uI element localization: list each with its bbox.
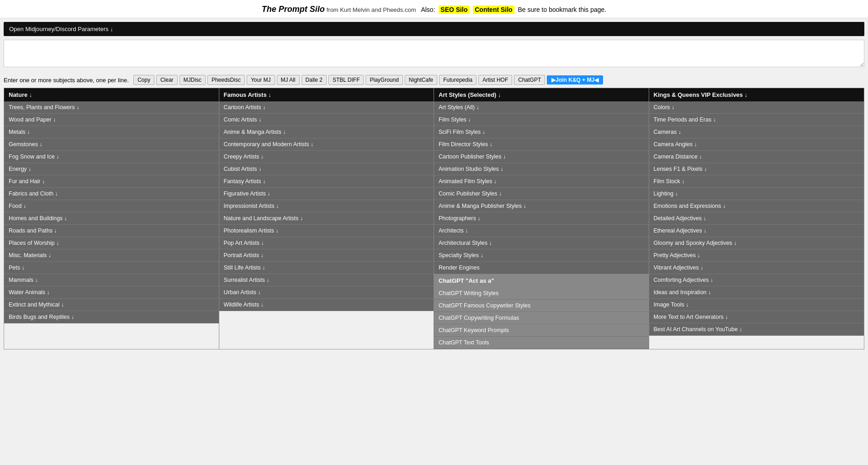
col1-item-12[interactable]: Misc. Materials ↓ xyxy=(4,249,219,262)
join-kq-button[interactable]: ▶Join K&Q + MJ◀ xyxy=(547,75,603,85)
artist-hof-button[interactable]: Artist HOF xyxy=(478,75,512,85)
mj-all-button[interactable]: MJ All xyxy=(277,75,300,85)
col4-item-13[interactable]: Vibrant Adjectives ↓ xyxy=(649,262,864,274)
col1-header[interactable]: Nature ↓ xyxy=(4,88,219,101)
col2-item-8[interactable]: Impressionist Artists ↓ xyxy=(219,200,434,212)
col3-item-0[interactable]: Art Styles (All) ↓ xyxy=(434,101,649,114)
col1-item-8[interactable]: Food ↓ xyxy=(4,200,219,212)
col1-item-15[interactable]: Water Animals ↓ xyxy=(4,286,219,299)
col4: Kings & Queens VIP Exclusives ↓ Colors ↓… xyxy=(649,88,864,349)
col3-item-11[interactable]: Architectural Styles ↓ xyxy=(434,237,649,249)
col4-item-2[interactable]: Cameras ↓ xyxy=(649,126,864,138)
col2-item-10[interactable]: Photorealism Artists ↓ xyxy=(219,225,434,237)
futurepedia-button[interactable]: Futurepedia xyxy=(439,75,476,85)
col3-header[interactable]: Art Styles (Selected) ↓ xyxy=(434,88,649,101)
col4-item-1[interactable]: Time Periods and Eras ↓ xyxy=(649,114,864,126)
chatgpt-button[interactable]: ChatGPT xyxy=(514,75,545,85)
col1-item-1[interactable]: Wood and Paper ↓ xyxy=(4,114,219,126)
col3-item-7[interactable]: Comic Publisher Styles ↓ xyxy=(434,188,649,200)
chatgpt-item-4[interactable]: ChatGPT Text Tools xyxy=(434,337,649,349)
col1-item-6[interactable]: Fur and Hair ↓ xyxy=(4,175,219,188)
col4-item-5[interactable]: Lenses F1 & Pixels ↓ xyxy=(649,163,864,175)
col2-item-2[interactable]: Anime & Manga Artists ↓ xyxy=(219,126,434,138)
content-silo-link[interactable]: Content Silo xyxy=(473,5,514,14)
col1-item-16[interactable]: Extinct and Mythical ↓ xyxy=(4,299,219,311)
col3-item-6[interactable]: Animated Film Styles ↓ xyxy=(434,175,649,188)
col1-item-7[interactable]: Fabrics and Cloth ↓ xyxy=(4,188,219,200)
col4-item-15[interactable]: Ideas and Inspiration ↓ xyxy=(649,286,864,299)
chatgpt-item-2[interactable]: ChatGPT Copywriting Formulas xyxy=(434,312,649,324)
subjects-textarea[interactable] xyxy=(4,40,864,67)
params-bar[interactable]: Open Midjourney/Discord Parameters ↓ xyxy=(4,22,864,36)
chatgpt-item-1[interactable]: ChatGPT Famous Copywriter Styles xyxy=(434,300,649,312)
col3-item-3[interactable]: Film Director Styles ↓ xyxy=(434,138,649,151)
col4-item-18[interactable]: Best AI Art Channels on YouTube ↓ xyxy=(649,323,864,336)
col2-item-3[interactable]: Contemporary and Modern Artists ↓ xyxy=(219,138,434,151)
col4-item-4[interactable]: Camera Distance ↓ xyxy=(649,151,864,163)
col3-item-13[interactable]: Render Engines xyxy=(434,262,649,274)
col1-item-17[interactable]: Birds Bugs and Reptiles ↓ xyxy=(4,311,219,323)
nightcafe-button[interactable]: NightCafe xyxy=(405,75,437,85)
col4-item-14[interactable]: Comforting Adjectives ↓ xyxy=(649,274,864,286)
col4-item-8[interactable]: Emotions and Expressions ↓ xyxy=(649,200,864,212)
col4-item-12[interactable]: Pretty Adjectives ↓ xyxy=(649,249,864,262)
col1-item-11[interactable]: Places of Worship ↓ xyxy=(4,237,219,249)
col4-item-0[interactable]: Colors ↓ xyxy=(649,101,864,114)
col4-item-6[interactable]: Film Stock ↓ xyxy=(649,175,864,188)
dalle2-button[interactable]: Dalle 2 xyxy=(302,75,327,85)
col3-item-4[interactable]: Cartoon Publisher Styles ↓ xyxy=(434,151,649,163)
playground-button[interactable]: PlayGround xyxy=(365,75,402,85)
col2-item-0[interactable]: Cartoon Artists ↓ xyxy=(219,101,434,114)
col4-item-10[interactable]: Ethereal Adjectives ↓ xyxy=(649,225,864,237)
col4-item-7[interactable]: Lighting ↓ xyxy=(649,188,864,200)
col4-item-11[interactable]: Gloomy and Spooky Adjectives ↓ xyxy=(649,237,864,249)
pheedsdisc-button[interactable]: PheedsDisc xyxy=(207,75,245,85)
col2-item-5[interactable]: Cubist Artists ↓ xyxy=(219,163,434,175)
chatgpt-item-0[interactable]: ChatGPT Writing Styles xyxy=(434,287,649,300)
col3-item-5[interactable]: Animation Studio Styles ↓ xyxy=(434,163,649,175)
seo-silo-link[interactable]: SEO Silo xyxy=(439,5,469,14)
col1-item-3[interactable]: Gemstones ↓ xyxy=(4,138,219,151)
your-mj-button[interactable]: Your MJ xyxy=(247,75,275,85)
col1-item-0[interactable]: Trees, Plants and Flowers ↓ xyxy=(4,101,219,114)
chatgpt-item-3[interactable]: ChatGPT Keyword Prompts xyxy=(434,324,649,337)
copy-button[interactable]: Copy xyxy=(133,75,154,85)
col1-item-4[interactable]: Fog Snow and Ice ↓ xyxy=(4,151,219,163)
col3-item-10[interactable]: Architects ↓ xyxy=(434,225,649,237)
col4-header[interactable]: Kings & Queens VIP Exclusives ↓ xyxy=(649,88,864,101)
col3-item-8[interactable]: Anime & Manga Publisher Styles ↓ xyxy=(434,200,649,212)
col3-item-1[interactable]: Film Styles ↓ xyxy=(434,114,649,126)
col2-item-4[interactable]: Creepy Artists ↓ xyxy=(219,151,434,163)
col2-item-15[interactable]: Urban Artists ↓ xyxy=(219,286,434,299)
col2-item-7[interactable]: Figurative Artists ↓ xyxy=(219,188,434,200)
col3-items: Art Styles (All) ↓Film Styles ↓SciFi Fil… xyxy=(434,101,649,274)
col3-item-12[interactable]: Specialty Styles ↓ xyxy=(434,249,649,262)
col4-item-9[interactable]: Detailed Adjectives ↓ xyxy=(649,212,864,225)
stbl-diff-button[interactable]: STBL DIFF xyxy=(328,75,364,85)
col2-item-16[interactable]: Wildlife Artists ↓ xyxy=(219,299,434,311)
col2-item-11[interactable]: Pop Art Artists ↓ xyxy=(219,237,434,249)
mjdisc-button[interactable]: MJDisc xyxy=(180,75,206,85)
col2-item-14[interactable]: Surrealist Artists ↓ xyxy=(219,274,434,286)
chatgpt-header[interactable]: ChatGPT "Act as a" xyxy=(434,274,649,287)
col2-item-12[interactable]: Portrait Artists ↓ xyxy=(219,249,434,262)
col1-item-5[interactable]: Energy ↓ xyxy=(4,163,219,175)
col2-item-9[interactable]: Nature and Landscape Artists ↓ xyxy=(219,212,434,225)
col3-item-2[interactable]: SciFi Film Styles ↓ xyxy=(434,126,649,138)
col2-header[interactable]: Famous Artists ↓ xyxy=(219,88,434,101)
clear-button[interactable]: Clear xyxy=(156,75,178,85)
col1-item-9[interactable]: Homes and Buildings ↓ xyxy=(4,212,219,225)
col1: Nature ↓ Trees, Plants and Flowers ↓Wood… xyxy=(4,88,219,349)
col4-item-17[interactable]: More Text to Art Generators ↓ xyxy=(649,311,864,323)
col1-item-10[interactable]: Roads and Paths ↓ xyxy=(4,225,219,237)
toolbar: Enter one or more subjects above, one pe… xyxy=(0,72,868,88)
col1-item-2[interactable]: Metals ↓ xyxy=(4,126,219,138)
col1-item-14[interactable]: Mammals ↓ xyxy=(4,274,219,286)
col4-item-3[interactable]: Camera Angles ↓ xyxy=(649,138,864,151)
col2-item-6[interactable]: Fantasy Artists ↓ xyxy=(219,175,434,188)
col4-item-16[interactable]: Image Tools ↓ xyxy=(649,299,864,311)
col3-item-9[interactable]: Photographers ↓ xyxy=(434,212,649,225)
col2-item-1[interactable]: Comic Artists ↓ xyxy=(219,114,434,126)
col1-item-13[interactable]: Pets ↓ xyxy=(4,262,219,274)
col2-item-13[interactable]: Still Life Artists ↓ xyxy=(219,262,434,274)
